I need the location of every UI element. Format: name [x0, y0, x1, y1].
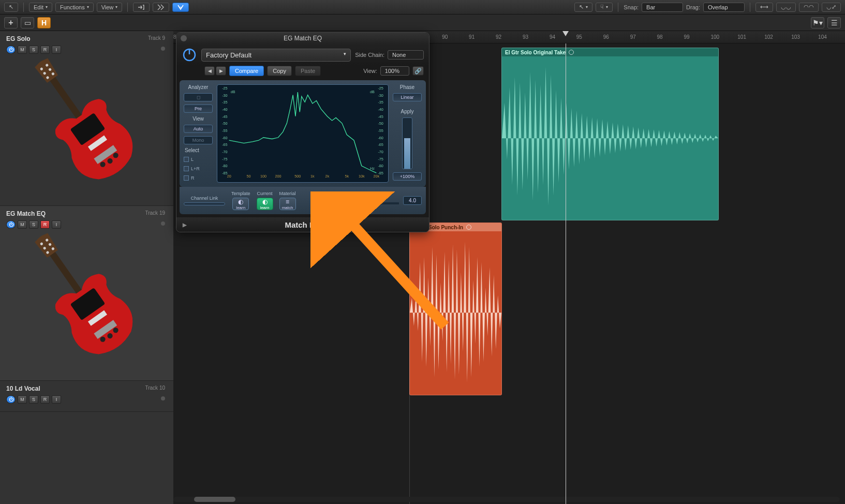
snap-dropdown[interactable]: Bar: [642, 3, 683, 12]
svg-text:-75: -75: [378, 157, 383, 161]
svg-text:-60: -60: [378, 136, 383, 140]
svg-text:-50: -50: [222, 122, 227, 125]
track-name: EG Solo: [6, 35, 167, 42]
track-number: Track 10: [145, 385, 165, 391]
edit-menu[interactable]: Edit▾: [29, 3, 52, 12]
svg-text:-45: -45: [378, 115, 383, 118]
crossfade-icon[interactable]: ⟷: [755, 3, 773, 12]
hide-button[interactable]: H: [37, 17, 51, 28]
svg-text:-60: -60: [222, 136, 227, 140]
ruler-tick: 93: [523, 34, 528, 40]
channel-link-label: Channel Link: [191, 196, 218, 201]
audio-region-punchin[interactable]: El Gtr Solo Punch-In: [409, 223, 502, 395]
channel-link-slider[interactable]: [184, 202, 225, 205]
template-label: Template: [231, 191, 250, 196]
autoselect-icon[interactable]: [153, 3, 169, 12]
material-match-button[interactable]: ≡match: [279, 198, 296, 210]
track-header-bar: + ▭ H ⚑▾ ☰: [0, 14, 845, 31]
paste-button[interactable]: Paste: [295, 66, 321, 76]
plugin-titlebar[interactable]: EG Match EQ: [176, 33, 429, 44]
view-menu[interactable]: View▾: [97, 3, 123, 12]
view-zoom-dropdown[interactable]: 100%: [380, 66, 409, 76]
track-row[interactable]: EG Match EQ Track 19 ⏻ M S R I: [0, 206, 173, 381]
freeze-indicator: [161, 47, 165, 51]
power-button[interactable]: ⏻: [6, 46, 16, 54]
checkbox-l[interactable]: [184, 157, 189, 162]
track-number: Track 9: [148, 35, 165, 41]
freeze-indicator: [161, 221, 165, 226]
record-button[interactable]: R: [40, 395, 50, 404]
loop-icon: [569, 50, 574, 55]
pointer-tool-right[interactable]: ↖▾: [574, 3, 592, 12]
drag-dropdown[interactable]: Overlap: [703, 3, 745, 12]
view-mono-dropdown[interactable]: Mono: [184, 136, 213, 144]
plugin-window[interactable]: EG Match EQ Factory Default▾ Side Chain:…: [176, 32, 429, 232]
smoothing-slider[interactable]: [347, 202, 399, 204]
checkbox-lr[interactable]: [184, 166, 189, 171]
prev-preset-button[interactable]: ◀: [204, 66, 215, 76]
track-view-icon[interactable]: ☰: [827, 17, 841, 28]
functions-menu[interactable]: Functions▾: [55, 3, 94, 12]
match-eq-body: Analyzer ◻ Pre View Auto Mono Select L L…: [180, 80, 426, 187]
link-icon[interactable]: [172, 3, 189, 12]
svg-text:-30: -30: [222, 94, 227, 97]
track-row[interactable]: EG Solo Track 9 ⏻ M S R I: [0, 31, 173, 206]
waveform-zoom-3-icon[interactable]: ◡⤢: [822, 3, 841, 12]
playhead-marker[interactable]: [562, 31, 569, 36]
ruler-tick: 102: [764, 34, 773, 40]
view-section-label: View: [184, 116, 213, 122]
add-track-button[interactable]: +: [4, 17, 18, 28]
snap-label: Snap:: [624, 4, 639, 10]
finger-tool-icon[interactable]: ☟▾: [596, 3, 613, 12]
phase-dropdown[interactable]: Linear: [393, 93, 422, 101]
ruler-tick: 92: [496, 34, 501, 40]
checkbox-r[interactable]: [184, 175, 189, 181]
eq-spectrum-graph[interactable]: -25-25-30-30-35-35-40-40-45-45-50-50-55-…: [217, 84, 389, 183]
view-label: View:: [363, 68, 377, 74]
duplicate-track-button[interactable]: ▭: [21, 17, 34, 28]
mute-button[interactable]: M: [18, 395, 27, 404]
waveform: [502, 56, 718, 220]
analyzer-label: Analyzer: [184, 84, 213, 90]
analyzer-toggle[interactable]: ◻: [184, 93, 213, 101]
playhead[interactable]: [566, 43, 566, 504]
view-auto-dropdown[interactable]: Auto: [184, 125, 213, 133]
drag-label: Drag:: [686, 4, 700, 10]
svg-text:Hz: Hz: [370, 167, 375, 170]
apply-value[interactable]: +100%: [393, 172, 422, 181]
smoothing-value[interactable]: 4.0: [403, 196, 422, 205]
svg-text:-70: -70: [222, 150, 227, 154]
disclosure-icon[interactable]: ▶: [183, 222, 187, 228]
compare-button[interactable]: Compare: [229, 66, 264, 76]
track-options-icon[interactable]: ⚑▾: [811, 17, 824, 28]
preset-dropdown[interactable]: Factory Default▾: [201, 49, 351, 62]
next-preset-button[interactable]: ▶: [216, 66, 226, 76]
power-button[interactable]: ⏻: [6, 220, 16, 229]
svg-text:-35: -35: [378, 100, 383, 104]
analyzer-pre-dropdown[interactable]: Pre: [184, 105, 213, 113]
scrollbar-thumb[interactable]: [194, 497, 235, 502]
copy-button[interactable]: Copy: [267, 66, 292, 76]
top-toolbar: ↖ Edit▾ Functions▾ View▾ ↖▾ ☟▾ Snap: Bar…: [0, 0, 845, 14]
power-button[interactable]: ⏻: [6, 395, 16, 404]
sidechain-dropdown[interactable]: None: [388, 50, 424, 60]
catch-icon[interactable]: [133, 3, 150, 12]
horizontal-scrollbar[interactable]: [173, 497, 840, 502]
plugin-name-bar: ▶ Match EQ: [176, 217, 429, 232]
input-button[interactable]: I: [52, 395, 61, 404]
close-icon[interactable]: [181, 35, 187, 41]
current-learn-button[interactable]: ◐learn: [257, 198, 273, 210]
pointer-tool-icon[interactable]: ↖: [4, 3, 18, 12]
power-icon[interactable]: [182, 47, 197, 63]
apply-slider[interactable]: [402, 117, 412, 169]
solo-button[interactable]: S: [29, 395, 38, 404]
template-learn-button[interactable]: ◐learn: [232, 198, 249, 210]
svg-text:5k: 5k: [345, 174, 349, 178]
svg-text:dB: dB: [231, 90, 235, 94]
waveform-zoom-2-icon[interactable]: ◠◠: [799, 3, 819, 12]
link-chain-icon[interactable]: 🔗: [412, 66, 424, 76]
audio-region-original[interactable]: El Gtr Solo Original Take: [501, 48, 719, 220]
ruler-tick: 99: [684, 34, 689, 40]
waveform-zoom-1-icon[interactable]: ◡◡: [776, 3, 796, 12]
track-row[interactable]: 10 Ld Vocal Track 10 ⏻ M S R I: [0, 381, 173, 412]
